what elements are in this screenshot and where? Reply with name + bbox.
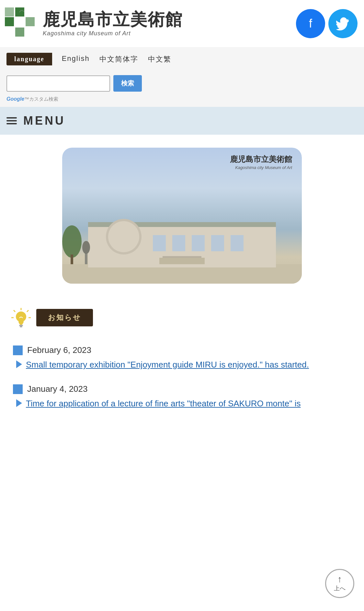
hero-image-container: 鹿児島市立美術館 Kagoshima city Museum of Art [62, 148, 302, 284]
svg-rect-4 [15, 28, 24, 37]
svg-rect-15 [159, 258, 205, 264]
news-date-row-2: January 4, 2023 [13, 384, 351, 394]
svg-rect-3 [26, 17, 35, 26]
hero-watermark-kanji: 鹿児島市立美術館 [230, 154, 292, 164]
hamburger-line-1 [6, 117, 17, 119]
google-text: Google [6, 96, 24, 102]
logo-roman: Kagoshima city Museum of Art [43, 30, 183, 37]
svg-line-22 [27, 310, 28, 312]
svg-rect-14 [231, 235, 244, 251]
hamburger-line-2 [6, 120, 17, 121]
news-date-2: January 4, 2023 [27, 384, 87, 394]
svg-line-24 [14, 310, 15, 312]
svg-rect-10 [153, 235, 166, 251]
triangle-icon-2 [16, 399, 22, 407]
google-custom-search-label: Google™カスタム検索 [0, 94, 364, 107]
lang-simplified-chinese[interactable]: 中文简体字 [99, 54, 138, 64]
news-link-row-1: Small temporary exhibition "Enjoyment gu… [13, 358, 351, 371]
logo-kanji: 鹿児島市立美術館 [43, 10, 183, 29]
facebook-button[interactable]: f [296, 9, 325, 38]
lang-english[interactable]: English [62, 54, 90, 64]
search-input[interactable] [6, 75, 110, 92]
notice-bulb-icon [10, 306, 32, 329]
header: 鹿児島市立美術館 Kagoshima city Museum of Art f [0, 0, 364, 48]
svg-rect-18 [71, 255, 73, 264]
svg-rect-28 [20, 326, 22, 327]
notice-header: お知らせ [10, 306, 354, 329]
triangle-icon-1 [16, 360, 22, 368]
svg-rect-16 [163, 256, 201, 258]
date-square-icon-1 [13, 345, 23, 355]
news-item-2: January 4, 2023 Time for application of … [10, 378, 354, 416]
hero-section: 鹿児島市立美術館 Kagoshima city Museum of Art [0, 135, 364, 297]
header-left: 鹿児島市立美術館 Kagoshima city Museum of Art [3, 6, 183, 41]
svg-rect-0 [5, 17, 14, 26]
svg-rect-27 [19, 325, 23, 326]
svg-point-20 [82, 241, 90, 254]
news-link-row-2: Time for application of a lecture of fin… [13, 397, 351, 410]
menu-label: MENU [23, 114, 65, 128]
logo-text: 鹿児島市立美術館 Kagoshima city Museum of Art [43, 10, 183, 37]
language-links: English 中文简体字 中文繁 [62, 54, 171, 64]
svg-point-17 [62, 225, 82, 258]
language-label: language [6, 53, 52, 65]
building-silhouette [62, 199, 302, 284]
scroll-top-arrow-icon: ↑ [337, 575, 342, 584]
hero-watermark-roman: Kagoshima city Museum of Art [235, 165, 292, 170]
lang-traditional-chinese[interactable]: 中文繁 [148, 54, 171, 64]
date-square-icon-2 [13, 384, 23, 394]
news-date-1: February 6, 2023 [27, 345, 91, 355]
news-item: February 6, 2023 Small temporary exhibit… [10, 339, 354, 378]
scroll-to-top-button[interactable]: ↑ 上へ [325, 569, 354, 598]
hamburger-line-3 [6, 123, 17, 124]
svg-rect-13 [211, 235, 224, 251]
scroll-top-label: 上へ [334, 584, 346, 592]
svg-rect-12 [192, 235, 205, 251]
language-bar: language English 中文简体字 中文繁 [0, 48, 364, 71]
social-icons: f [296, 9, 358, 38]
news-list: February 6, 2023 Small temporary exhibit… [10, 339, 354, 416]
google-suffix: ™カスタム検索 [24, 96, 58, 102]
notice-title: お知らせ [36, 309, 93, 326]
news-date-row-1: February 6, 2023 [13, 345, 351, 355]
news-link-1[interactable]: Small temporary exhibition "Enjoyment gu… [26, 358, 309, 371]
svg-rect-11 [172, 235, 185, 251]
news-link-2[interactable]: Time for application of a lecture of fin… [26, 397, 301, 410]
svg-rect-1 [5, 7, 14, 17]
menu-bar[interactable]: MENU [0, 107, 364, 135]
notice-section: お知らせ February 6, 2023 Small temporary ex… [0, 297, 364, 416]
twitter-button[interactable] [328, 9, 358, 38]
museum-logo-icon [3, 6, 39, 41]
hero-watermark: 鹿児島市立美術館 Kagoshima city Museum of Art [230, 154, 292, 170]
search-bar: 検索 [0, 71, 364, 94]
hero-image-mock: 鹿児島市立美術館 Kagoshima city Museum of Art [62, 148, 302, 284]
search-button[interactable]: 検索 [113, 75, 142, 92]
hamburger-icon[interactable] [6, 117, 17, 124]
svg-point-9 [108, 221, 139, 252]
